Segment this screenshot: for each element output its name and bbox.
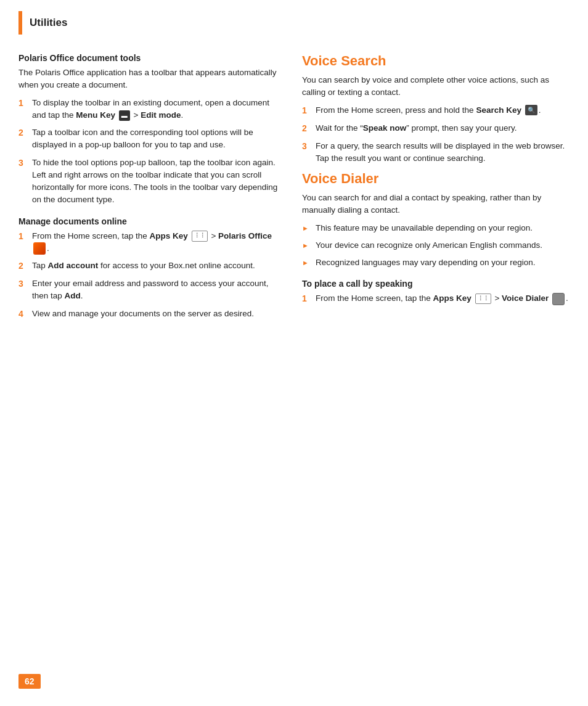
list-item: ► This feature may be unavailable depend… xyxy=(302,222,570,234)
triangle-icon: ► xyxy=(302,223,313,234)
main-columns: Polaris Office document tools The Polari… xyxy=(0,41,588,339)
list-item: 3 To hide the tool options pop-up balloo… xyxy=(18,157,284,207)
polaris-office-steps: 1 To display the toolbar in an existing … xyxy=(18,97,284,207)
list-item: 3 Enter your email address and password … xyxy=(18,277,284,303)
place-call-heading: To place a call by speaking xyxy=(302,279,570,289)
bullet-text: Your device can recognize only American … xyxy=(316,239,570,252)
step-text: For a query, the search results will be … xyxy=(316,140,570,165)
page-title: Utilities xyxy=(30,17,67,29)
right-column: Voice Search You can search by voice and… xyxy=(302,53,570,327)
step-text: Wait for the “Speak now” prompt, then sa… xyxy=(316,122,570,134)
triangle-icon: ► xyxy=(302,258,313,268)
voice-dialer-intro: You can search for and dial a contact by… xyxy=(302,192,570,217)
list-item: 2 Tap a toolbar icon and the correspondi… xyxy=(18,126,284,152)
menu-key-icon: ▬ xyxy=(119,110,130,121)
voice-dialer-icon xyxy=(552,293,565,305)
list-item: 1 From the Home screen, tap the Apps Key… xyxy=(302,292,570,305)
step-text: View and manage your documents on the se… xyxy=(32,308,284,320)
polaris-office-heading: Polaris Office document tools xyxy=(18,53,284,63)
manage-docs-steps: 1 From the Home screen, tap the Apps Key… xyxy=(18,230,284,321)
apps-key-icon-2: ⋮⋮ xyxy=(475,293,491,305)
step-num: 4 xyxy=(18,308,30,321)
voice-search-intro: You can search by voice and complete oth… xyxy=(302,74,570,99)
polaris-icon xyxy=(33,242,46,255)
step-text: Tap Add account for access to your Box.n… xyxy=(32,260,284,272)
polaris-office-intro: The Polaris Office application has a too… xyxy=(18,67,284,92)
manage-docs-heading: Manage documents online xyxy=(18,216,284,226)
page-number: 62 xyxy=(18,674,41,689)
list-item: 3 For a query, the search results will b… xyxy=(302,140,570,165)
step-text: To hide the tool options pop-up balloon,… xyxy=(32,157,284,207)
list-item: 1 From the Home screen, press and hold t… xyxy=(302,104,570,117)
list-item: ► Recognized languages may vary dependin… xyxy=(302,257,570,269)
voice-search-steps: 1 From the Home screen, press and hold t… xyxy=(302,104,570,165)
step-num: 3 xyxy=(18,157,30,170)
voice-search-heading: Voice Search xyxy=(302,53,570,69)
step-text: Enter your email address and password to… xyxy=(32,277,284,303)
step-num: 1 xyxy=(302,104,313,117)
step-num: 3 xyxy=(18,277,30,290)
step-num: 2 xyxy=(18,260,30,273)
list-item: 1 To display the toolbar in an existing … xyxy=(18,97,284,122)
place-call-steps: 1 From the Home screen, tap the Apps Key… xyxy=(302,292,570,305)
list-item: 2 Wait for the “Speak now” prompt, then … xyxy=(302,122,570,135)
voice-dialer-bullets: ► This feature may be unavailable depend… xyxy=(302,222,570,269)
orange-accent-bar xyxy=(18,11,22,35)
list-item: 2 Tap Add account for access to your Box… xyxy=(18,260,284,273)
step-text: To display the toolbar in an existing do… xyxy=(32,97,284,122)
step-text: Tap a toolbar icon and the corresponding… xyxy=(32,126,284,152)
search-key-icon: 🔍 xyxy=(525,105,537,115)
step-text: From the Home screen, press and hold the… xyxy=(316,104,570,117)
step-num: 3 xyxy=(302,140,313,153)
left-column: Polaris Office document tools The Polari… xyxy=(18,53,284,327)
bullet-text: Recognized languages may vary depending … xyxy=(316,257,570,269)
voice-dialer-heading: Voice Dialer xyxy=(302,171,570,187)
bullet-text: This feature may be unavailable dependin… xyxy=(316,222,570,234)
step-text: From the Home screen, tap the Apps Key ⋮… xyxy=(32,230,284,255)
step-num: 1 xyxy=(18,230,30,243)
step-num: 1 xyxy=(302,292,313,305)
triangle-icon: ► xyxy=(302,240,313,251)
apps-key-icon: ⋮⋮ xyxy=(192,231,208,242)
list-item: 1 From the Home screen, tap the Apps Key… xyxy=(18,230,284,255)
step-num: 1 xyxy=(18,97,30,110)
step-num: 2 xyxy=(18,126,30,139)
step-text: From the Home screen, tap the Apps Key ⋮… xyxy=(316,292,570,305)
list-item: ► Your device can recognize only America… xyxy=(302,239,570,252)
step-num: 2 xyxy=(302,122,313,135)
list-item: 4 View and manage your documents on the … xyxy=(18,308,284,321)
header-bar: Utilities xyxy=(0,0,588,41)
